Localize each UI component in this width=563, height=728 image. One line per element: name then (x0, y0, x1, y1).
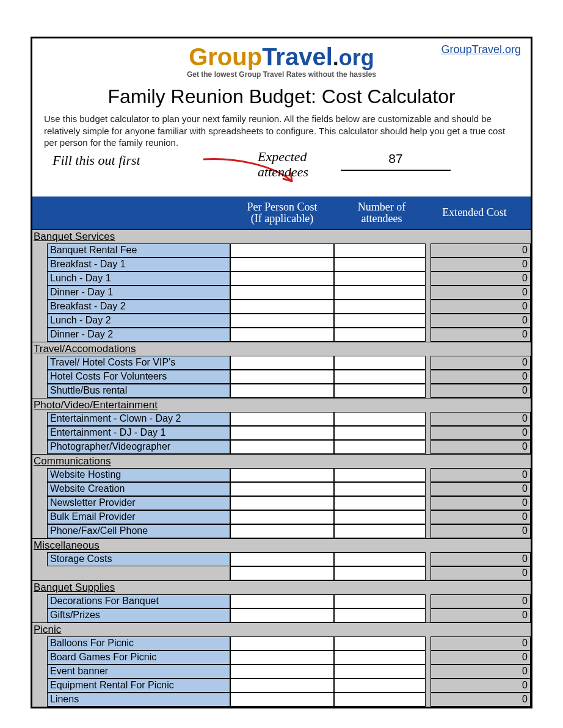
number-attendees-input[interactable] (334, 258, 426, 272)
table-row: Travel/ Hotel Costs For VIP's0 (32, 356, 531, 370)
number-attendees-input[interactable] (334, 679, 426, 693)
per-person-cost-input[interactable] (230, 243, 334, 258)
row-indent (32, 272, 47, 286)
number-attendees-input[interactable] (334, 566, 426, 580)
per-person-cost-input[interactable] (230, 314, 334, 328)
per-person-cost-input[interactable] (230, 636, 334, 651)
expected-attendees-row: Fill this out first Expected attendees 8… (42, 153, 521, 193)
col-per-person-l1: Per Person Cost (230, 201, 334, 213)
per-person-cost-input[interactable] (230, 258, 334, 272)
per-person-cost-input[interactable] (230, 524, 334, 538)
number-attendees-input[interactable] (334, 651, 426, 665)
number-attendees-input[interactable] (334, 286, 426, 300)
table-row: Banquet Rental Fee0 (32, 243, 531, 258)
per-person-cost-input[interactable] (230, 496, 334, 510)
row-label: Dinner - Day 1 (47, 286, 230, 300)
per-person-cost-input[interactable] (230, 552, 334, 566)
table-row: Lunch - Day 20 (32, 314, 531, 328)
row-indent (32, 384, 47, 398)
expected-attendees-input[interactable]: 87 (341, 151, 451, 171)
number-attendees-input[interactable] (334, 665, 426, 679)
extended-cost: 0 (430, 608, 531, 622)
per-person-cost-input[interactable] (230, 510, 334, 524)
extended-cost: 0 (430, 482, 531, 496)
number-attendees-input[interactable] (334, 328, 426, 342)
number-attendees-input[interactable] (334, 636, 426, 651)
per-person-cost-input[interactable] (230, 272, 334, 286)
per-person-cost-input[interactable] (230, 651, 334, 665)
extended-cost: 0 (430, 356, 531, 370)
number-attendees-input[interactable] (334, 482, 426, 496)
per-person-cost-input[interactable] (230, 426, 334, 440)
per-person-cost-input[interactable] (230, 384, 334, 398)
section-header: Photo/Video/Entertainment (32, 398, 531, 412)
extended-cost: 0 (430, 243, 531, 258)
row-indent (32, 693, 47, 707)
column-gap (426, 356, 430, 370)
per-person-cost-input[interactable] (230, 482, 334, 496)
logo-part-group: Group (189, 43, 262, 70)
row-label (47, 566, 230, 580)
row-indent (32, 243, 47, 258)
extended-cost: 0 (430, 426, 531, 440)
number-attendees-input[interactable] (334, 426, 426, 440)
number-attendees-input[interactable] (334, 243, 426, 258)
column-gap (426, 693, 430, 707)
per-person-cost-input[interactable] (230, 679, 334, 693)
table-row: 0 (32, 566, 531, 580)
number-attendees-input[interactable] (334, 510, 426, 524)
number-attendees-input[interactable] (334, 608, 426, 622)
number-attendees-input[interactable] (334, 412, 426, 426)
table-row: Photographer/Videographer0 (32, 440, 531, 454)
number-attendees-input[interactable] (334, 594, 426, 608)
per-person-cost-input[interactable] (230, 566, 334, 580)
col-per-person: Per Person Cost (If applicable) (230, 201, 334, 225)
table-row: Balloons For Picnic0 (32, 636, 531, 651)
column-gap (426, 314, 430, 328)
number-attendees-input[interactable] (334, 440, 426, 454)
logo: GroupTravel.org Get the lowest Group Tra… (187, 45, 376, 79)
row-indent (32, 468, 47, 482)
row-label: Phone/Fax/Cell Phone (47, 524, 230, 538)
number-attendees-input[interactable] (334, 272, 426, 286)
per-person-cost-input[interactable] (230, 412, 334, 426)
number-attendees-input[interactable] (334, 300, 426, 314)
per-person-cost-input[interactable] (230, 594, 334, 608)
expected-attendees-value: 87 (388, 151, 402, 165)
extended-cost: 0 (430, 300, 531, 314)
row-indent (32, 314, 47, 328)
per-person-cost-input[interactable] (230, 300, 334, 314)
row-label: Lunch - Day 1 (47, 272, 230, 286)
number-attendees-input[interactable] (334, 356, 426, 370)
per-person-cost-input[interactable] (230, 468, 334, 482)
number-attendees-input[interactable] (334, 552, 426, 566)
per-person-cost-input[interactable] (230, 440, 334, 454)
row-label: Hotel Costs For Volunteers (47, 370, 230, 384)
column-gap (426, 524, 430, 538)
per-person-cost-input[interactable] (230, 328, 334, 342)
number-attendees-input[interactable] (334, 524, 426, 538)
number-attendees-input[interactable] (334, 468, 426, 482)
per-person-cost-input[interactable] (230, 370, 334, 384)
extended-cost: 0 (430, 594, 531, 608)
number-attendees-input[interactable] (334, 693, 426, 707)
row-indent (32, 566, 47, 580)
number-attendees-input[interactable] (334, 314, 426, 328)
row-label: Entertainment - DJ - Day 1 (47, 426, 230, 440)
row-indent (32, 665, 47, 679)
per-person-cost-input[interactable] (230, 608, 334, 622)
row-indent (32, 594, 47, 608)
number-attendees-input[interactable] (334, 370, 426, 384)
per-person-cost-input[interactable] (230, 286, 334, 300)
row-indent (32, 426, 47, 440)
table-row: Event banner0 (32, 665, 531, 679)
per-person-cost-input[interactable] (230, 693, 334, 707)
row-label: Breakfast - Day 2 (47, 300, 230, 314)
per-person-cost-input[interactable] (230, 356, 334, 370)
column-gap (426, 594, 430, 608)
column-gap (426, 608, 430, 622)
col-extended: Extended Cost (426, 206, 531, 219)
number-attendees-input[interactable] (334, 496, 426, 510)
per-person-cost-input[interactable] (230, 665, 334, 679)
number-attendees-input[interactable] (334, 384, 426, 398)
